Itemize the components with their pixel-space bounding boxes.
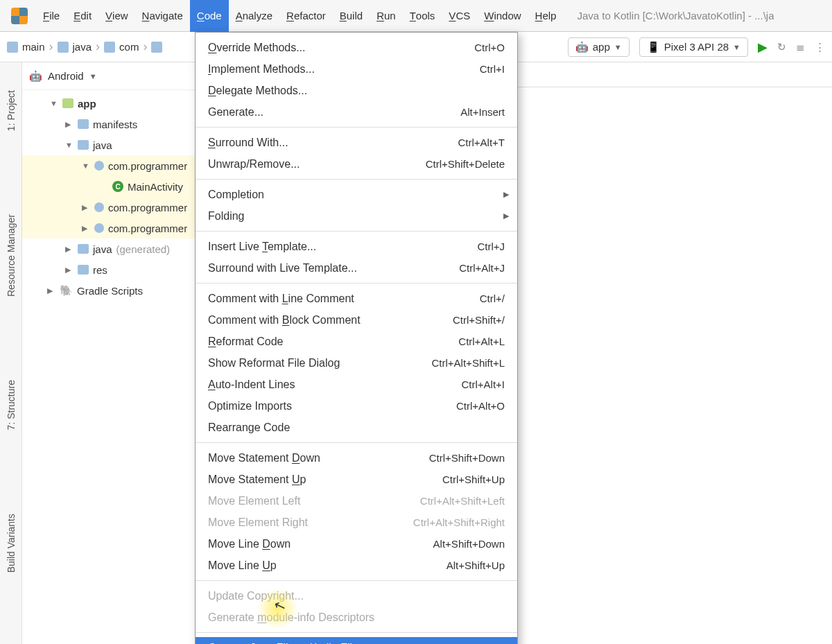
menu-item-label: Move Line Down	[208, 538, 291, 550]
menu-file[interactable]: File	[36, 0, 67, 32]
folder-icon	[7, 42, 18, 53]
resource-manager-tool-button[interactable]: Resource Manager	[6, 214, 17, 297]
menu-item[interactable]: Override Methods...Ctrl+O	[196, 37, 517, 58]
menu-item-label: Completion	[208, 189, 264, 201]
breadcrumb: main › java › com ›	[7, 40, 162, 54]
menu-item[interactable]: Insert Live Template...Ctrl+J	[196, 236, 517, 257]
menu-view[interactable]: View	[98, 0, 135, 32]
class-icon: C	[112, 181, 123, 192]
tree-node-manifests[interactable]: ▶manifests	[22, 114, 195, 134]
tree-node-package[interactable]: ▶com.programmer	[22, 218, 195, 238]
menu-navigate[interactable]: Navigate	[135, 0, 190, 32]
module-icon	[62, 98, 73, 108]
menubar: FileEditViewNavigateCodeAnalyzeRefactorB…	[0, 0, 832, 32]
menu-window[interactable]: Window	[477, 0, 528, 32]
menu-shortcut: Ctrl+I	[480, 63, 505, 75]
menu-item[interactable]: Rearrange Code	[196, 417, 517, 438]
menu-item[interactable]: Unwrap/Remove...Ctrl+Shift+Delete	[196, 153, 517, 175]
menu-shortcut: Ctrl+Alt+O	[456, 400, 505, 412]
menu-item: Move Element RightCtrl+Alt+Shift+Right	[196, 512, 517, 533]
menu-item[interactable]: Reformat CodeCtrl+Alt+L	[196, 331, 517, 352]
chevron-down-icon: ▼	[733, 43, 740, 51]
menu-shortcut: Alt+Shift+Down	[433, 538, 505, 550]
menu-item-label: Convert Java File to Kotlin File	[208, 642, 358, 645]
run-config-selector[interactable]: 🤖 app ▼	[568, 37, 630, 57]
menu-item[interactable]: Optimize ImportsCtrl+Alt+O	[196, 395, 517, 417]
menu-item[interactable]: Surround with Live Template...Ctrl+Alt+J	[196, 257, 517, 279]
menu-analyze[interactable]: Analyze	[229, 0, 279, 32]
menu-item[interactable]: Generate...Alt+Insert	[196, 101, 517, 123]
more-icon[interactable]: ⋮	[815, 41, 825, 53]
tree-node-gradle[interactable]: ▶🐘Gradle Scripts	[22, 280, 195, 301]
structure-tool-button[interactable]: 7: Structure	[6, 380, 17, 430]
menu-item[interactable]: Move Line UpAlt+Shift+Up	[196, 555, 517, 576]
folder-icon	[104, 42, 115, 53]
menu-item-label: Move Statement Up	[208, 473, 306, 486]
menu-item-label: Rearrange Code	[208, 421, 290, 434]
menu-item[interactable]: Completion▶	[196, 184, 517, 205]
left-dock: 1: Project Resource Manager 7: Structure…	[0, 62, 22, 644]
menu-item[interactable]: Folding▶	[196, 205, 517, 227]
menu-vcs[interactable]: VCS	[442, 0, 477, 32]
device-selector[interactable]: 📱 Pixel 3 API 28 ▼	[639, 37, 748, 57]
menu-item[interactable]: Delegate Methods...	[196, 80, 517, 101]
menu-item[interactable]: Move Statement DownCtrl+Shift+Down	[196, 447, 517, 469]
run-config-label: app	[593, 41, 610, 53]
menu-item[interactable]: Convert Java File to Kotlin FileCtrl+Alt…	[196, 637, 517, 644]
project-sidebar: 🤖 Android ▼ ▼app ▶manifests ▼java ▼com.p…	[22, 62, 196, 644]
menu-help[interactable]: Help	[528, 0, 564, 32]
menu-item[interactable]: Auto-Indent LinesCtrl+Alt+I	[196, 374, 517, 395]
sidebar-title: Android	[48, 70, 84, 82]
breadcrumb-item[interactable]: java	[73, 41, 92, 53]
menu-item-label: Move Element Right	[208, 516, 308, 529]
menu-item-label: Move Statement Down	[208, 452, 320, 464]
menu-item-label: Update Copyright...	[208, 590, 304, 602]
run-button[interactable]: ▶	[758, 40, 768, 55]
menu-refactor[interactable]: Refactor	[279, 0, 333, 32]
phone-icon: 📱	[647, 41, 660, 53]
tree-node-generated[interactable]: ▶java (generated)	[22, 238, 195, 259]
folder-icon	[78, 265, 89, 275]
menu-shortcut: Alt+Insert	[460, 106, 505, 118]
menu-shortcut: Ctrl+Alt+L	[458, 336, 505, 347]
menu-shortcut: Ctrl+Alt+Shift+L	[432, 357, 505, 369]
menu-tools[interactable]: Tools	[403, 0, 442, 32]
breadcrumb-item[interactable]: com	[119, 41, 139, 53]
menu-edit[interactable]: Edit	[67, 0, 98, 32]
menu-item[interactable]: Move Statement UpCtrl+Shift+Up	[196, 469, 517, 490]
menu-shortcut: Ctrl+Alt+I	[461, 378, 505, 390]
menu-item[interactable]: Surround With...Ctrl+Alt+T	[196, 132, 517, 153]
project-tool-button[interactable]: 1: Project	[6, 90, 17, 131]
chevron-down-icon: ▼	[89, 72, 97, 80]
tree-node-package[interactable]: ▼com.programmer	[22, 155, 195, 176]
menu-item[interactable]: Implement Methods...Ctrl+I	[196, 58, 517, 80]
build-variants-tool-button[interactable]: Build Variants	[6, 514, 17, 573]
submenu-arrow-icon: ▶	[503, 190, 509, 199]
menu-code[interactable]: Code	[190, 0, 229, 32]
tree-node-mainactivity[interactable]: CMainActivity	[22, 176, 195, 197]
breadcrumb-item[interactable]: main	[22, 41, 45, 53]
menu-item[interactable]: Show Reformat File DialogCtrl+Alt+Shift+…	[196, 352, 517, 374]
folder-icon	[151, 42, 162, 53]
toolbar-right: 🤖 app ▼ 📱 Pixel 3 API 28 ▼ ▶ ↻ ≣ ⋮	[568, 37, 825, 57]
menu-shortcut: Ctrl+O	[474, 42, 505, 53]
menu-build[interactable]: Build	[333, 0, 370, 32]
menu-item[interactable]: Move Line DownAlt+Shift+Down	[196, 533, 517, 555]
menu-item-label: Generate...	[208, 106, 263, 119]
menu-item[interactable]: Comment with Line CommentCtrl+/	[196, 288, 517, 309]
menu-item[interactable]: Comment with Block CommentCtrl+Shift+/	[196, 309, 517, 331]
menu-item-label: Move Element Left	[208, 495, 300, 507]
apply-changes-button[interactable]: ↻	[777, 41, 786, 53]
tree-node-res[interactable]: ▶res	[22, 259, 195, 280]
folder-icon	[78, 244, 89, 254]
layout-icon[interactable]: ≣	[796, 41, 805, 53]
android-icon: 🤖	[575, 41, 589, 53]
tree-node-package[interactable]: ▶com.programmer	[22, 197, 195, 218]
sidebar-header[interactable]: 🤖 Android ▼	[22, 62, 195, 90]
chevron-down-icon: ▼	[614, 43, 622, 51]
menu-item-label: Delegate Methods...	[208, 85, 307, 97]
menu-shortcut: Ctrl+Shift+Delete	[426, 158, 505, 170]
menu-run[interactable]: Run	[370, 0, 403, 32]
tree-node-java[interactable]: ▼java	[22, 134, 195, 155]
tree-node-app[interactable]: ▼app	[22, 93, 195, 114]
